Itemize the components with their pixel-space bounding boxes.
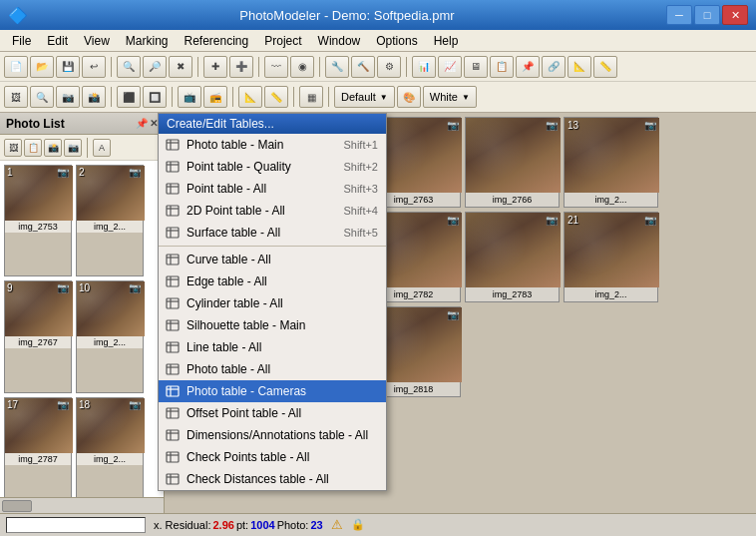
menu-edit[interactable]: Edit bbox=[39, 30, 76, 51]
menu-item-silhouette-main[interactable]: Silhouette table - Main bbox=[165, 314, 386, 336]
menu-options[interactable]: Options bbox=[368, 30, 425, 51]
tb-btn-11[interactable]: ◉ bbox=[290, 56, 314, 78]
panel-tb-btn-3[interactable]: 📸 bbox=[44, 139, 62, 157]
separator-6 bbox=[111, 87, 112, 107]
tb-btn-18[interactable]: 📋 bbox=[490, 56, 514, 78]
list-item[interactable]: 17 📷 img_2787 bbox=[4, 397, 72, 509]
menu-item-cylinder-all[interactable]: Cylinder table - All bbox=[165, 292, 386, 314]
tb-btn-9[interactable]: ➕ bbox=[229, 56, 253, 78]
horizontal-scrollbar[interactable] bbox=[0, 497, 164, 513]
tb2-btn-9[interactable]: 📐 bbox=[238, 86, 262, 108]
tb2-btn-7[interactable]: 📺 bbox=[178, 86, 201, 108]
close-button[interactable]: ✕ bbox=[722, 5, 748, 25]
list-item[interactable]: 18 📷 img_2... bbox=[76, 397, 144, 509]
menu-separator bbox=[165, 246, 386, 247]
tb-btn-21[interactable]: 📐 bbox=[567, 56, 591, 78]
menu-marking[interactable]: Marking bbox=[118, 30, 177, 51]
table-icon bbox=[165, 340, 181, 354]
tb-btn-4[interactable]: ↩ bbox=[82, 56, 106, 78]
tb2-btn-5[interactable]: ⬛ bbox=[117, 86, 141, 108]
close-icon[interactable]: ✕ bbox=[150, 118, 158, 129]
tb-btn-10[interactable]: 〰 bbox=[264, 56, 288, 78]
menu-item-curve-all[interactable]: Curve table - All bbox=[165, 249, 386, 270]
scrollbar-thumb[interactable] bbox=[2, 500, 32, 512]
tb-btn-20[interactable]: 🔗 bbox=[542, 56, 566, 78]
menu-item-photo-cameras[interactable]: Photo table - Cameras bbox=[165, 380, 386, 402]
list-item[interactable]: 2 📷 img_2... bbox=[76, 165, 144, 276]
create-edit-tables-button[interactable]: Create/Edit Tables... bbox=[165, 114, 386, 134]
svg-rect-36 bbox=[167, 408, 179, 418]
tb-btn-12[interactable]: 🔧 bbox=[325, 56, 349, 78]
default-dropdown[interactable]: Default ▼ bbox=[334, 86, 395, 108]
tb-btn-14[interactable]: ⚙ bbox=[377, 56, 401, 78]
list-item[interactable]: 21 📷 img_2... bbox=[564, 212, 658, 302]
menu-item-line-all[interactable]: Line table - All bbox=[165, 336, 386, 358]
menu-item-point-quality[interactable]: Point table - Quality Shift+2 bbox=[165, 156, 386, 178]
tb-btn-17[interactable]: 🖥 bbox=[464, 56, 488, 78]
shortcut-label: Shift+3 bbox=[343, 183, 378, 195]
panel-tb-btn-1[interactable]: 🖼 bbox=[4, 139, 22, 157]
tb-btn-7[interactable]: ✖ bbox=[169, 56, 192, 78]
shortcut-label: Shift+5 bbox=[343, 227, 378, 239]
menu-referencing[interactable]: Referencing bbox=[177, 30, 257, 51]
menu-item-photo-all[interactable]: Photo table - All bbox=[165, 358, 386, 380]
menu-item-check-distances-all[interactable]: Check Distances table - All bbox=[165, 468, 386, 490]
open-button[interactable]: 📂 bbox=[30, 56, 54, 78]
menu-item-label: Photo table - Main bbox=[187, 138, 283, 152]
tb-btn-15[interactable]: 📊 bbox=[412, 56, 436, 78]
menu-item-2d-point-all[interactable]: 2D Point table - All Shift+4 bbox=[165, 200, 386, 222]
list-item[interactable]: 9 📷 img_2767 bbox=[4, 280, 72, 392]
toolbar-row-2: 🖼 🔍 📷 📸 ⬛ 🔲 📺 📻 📐 📏 ▦ Default ▼ 🎨 White … bbox=[0, 82, 756, 112]
list-item[interactable]: 📷 img_2766 bbox=[465, 117, 560, 208]
menu-item-label: 2D Point table - All bbox=[187, 204, 285, 218]
status-text-input[interactable] bbox=[6, 517, 146, 533]
photo-value: 23 bbox=[310, 519, 322, 531]
maximize-button[interactable]: □ bbox=[694, 5, 720, 25]
tb-btn-8[interactable]: ✚ bbox=[203, 56, 227, 78]
menu-item-edge-all[interactable]: Edge table - All bbox=[165, 270, 386, 292]
status-bar: x. Residual: 2.96 pt: 1004 Photo: 23 ⚠ 🔒 bbox=[0, 513, 756, 535]
tb2-btn-10[interactable]: 📏 bbox=[264, 86, 288, 108]
menu-item-check-points-all[interactable]: Check Points table - All bbox=[165, 446, 386, 468]
menu-item-dimensions-all[interactable]: Dimensions/Annotations table - All bbox=[165, 424, 386, 446]
menu-item-photo-main[interactable]: Photo table - Main Shift+1 bbox=[165, 134, 386, 156]
tb-btn-13[interactable]: 🔨 bbox=[351, 56, 375, 78]
tb2-btn-1[interactable]: 🖼 bbox=[4, 86, 28, 108]
save-button[interactable]: 💾 bbox=[56, 56, 80, 78]
menu-item-offset-point-all[interactable]: Offset Point table - All bbox=[165, 402, 386, 424]
list-item[interactable]: 13 📷 img_2... bbox=[564, 117, 658, 208]
title-bar: 🔷 PhotoModeler - Demo: Softpedia.pmr ─ □… bbox=[0, 0, 756, 30]
pin-icon[interactable]: 📌 bbox=[136, 118, 148, 129]
tb2-btn-4[interactable]: 📸 bbox=[82, 86, 106, 108]
panel-tb-btn-2[interactable]: 📋 bbox=[24, 139, 42, 157]
tb-btn-16[interactable]: 📈 bbox=[438, 56, 462, 78]
menu-file[interactable]: File bbox=[4, 30, 39, 51]
tb2-btn-6[interactable]: 🔲 bbox=[143, 86, 167, 108]
menu-window[interactable]: Window bbox=[310, 30, 369, 51]
panel-tb-btn-4[interactable]: 📷 bbox=[64, 139, 82, 157]
tb2-btn-3[interactable]: 📷 bbox=[56, 86, 80, 108]
tb2-btn-2[interactable]: 🔍 bbox=[30, 86, 54, 108]
tb-btn-22[interactable]: 📏 bbox=[593, 56, 617, 78]
minimize-button[interactable]: ─ bbox=[666, 5, 692, 25]
tb2-btn-8[interactable]: 📻 bbox=[203, 86, 227, 108]
new-button[interactable]: 📄 bbox=[4, 56, 28, 78]
menu-item-surface-all[interactable]: Surface table - All Shift+5 bbox=[165, 222, 386, 244]
tb-btn-19[interactable]: 📌 bbox=[516, 56, 540, 78]
list-item[interactable]: 1 📷 img_2753 bbox=[4, 165, 72, 276]
panel-tb-btn-5[interactable]: A bbox=[93, 139, 111, 157]
menu-view[interactable]: View bbox=[76, 30, 118, 51]
tb-btn-6[interactable]: 🔎 bbox=[143, 56, 167, 78]
menu-item-point-all[interactable]: Point table - All Shift+3 bbox=[165, 178, 386, 200]
separator-3 bbox=[258, 57, 259, 77]
tb-btn-5[interactable]: 🔍 bbox=[117, 56, 141, 78]
menu-project[interactable]: Project bbox=[256, 30, 309, 51]
white-dropdown[interactable]: White ▼ bbox=[423, 86, 477, 108]
tables-btn[interactable]: ▦ bbox=[299, 86, 323, 108]
tb2-btn-11[interactable]: 🎨 bbox=[397, 86, 421, 108]
context-menu: Create/Edit Tables... Photo table - Main… bbox=[165, 113, 387, 491]
menu-help[interactable]: Help bbox=[426, 30, 467, 51]
lock-icon: 🔒 bbox=[351, 518, 365, 531]
list-item[interactable]: 📷 img_2783 bbox=[465, 212, 560, 302]
list-item[interactable]: 10 📷 img_2... bbox=[76, 280, 144, 392]
